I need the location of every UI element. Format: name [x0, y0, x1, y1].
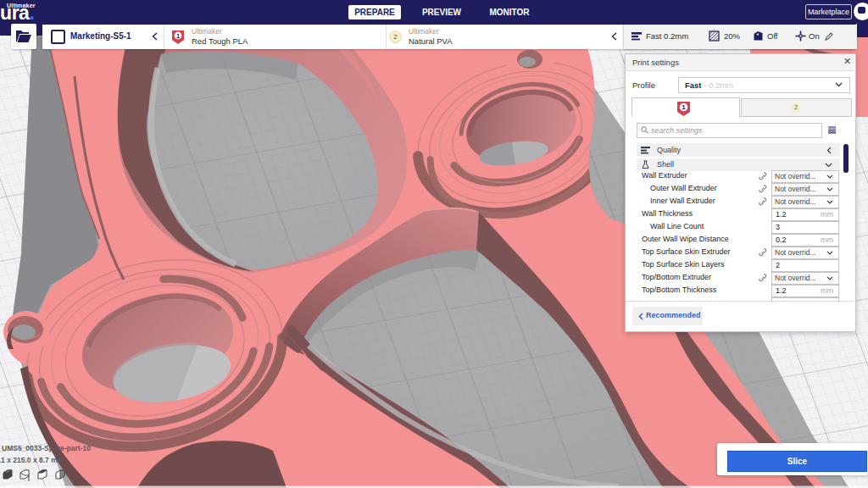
- svg-text:1: 1: [176, 32, 180, 40]
- svg-text:1: 1: [682, 103, 686, 111]
